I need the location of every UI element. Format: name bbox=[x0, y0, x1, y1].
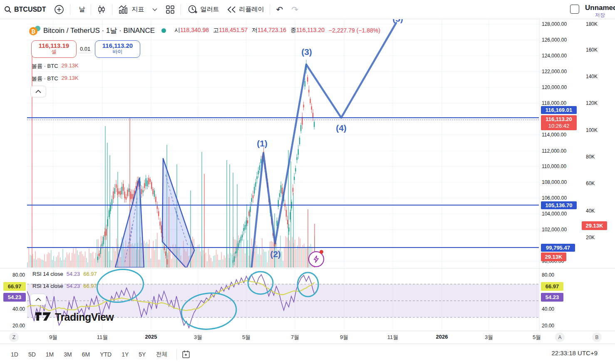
time-tick: 2026 bbox=[436, 334, 448, 340]
elliott-wave-line[interactable] bbox=[251, 23, 396, 270]
symbol-title[interactable]: Bitcoin / TetherUS · 1날 · BINANCE bbox=[43, 26, 155, 35]
rsi-legend-2[interactable]: RSI 14 close54.2366.97 bbox=[32, 283, 97, 289]
rsi-legend-1[interactable]: RSI 14 close54.2366.97 bbox=[32, 271, 97, 277]
layout-checkbox-icon[interactable] bbox=[570, 5, 579, 14]
time-tick: 9월 bbox=[340, 334, 348, 341]
toolbar-separator bbox=[181, 4, 181, 15]
go-to-date-icon[interactable] bbox=[181, 349, 191, 359]
volume-legend-1[interactable]: 볼륨 · BTC29.13K bbox=[32, 62, 79, 70]
time-axis[interactable]: Z A B 9월11월20253월5월7월9월11월20263월5월 bbox=[0, 331, 615, 344]
chart-canvas[interactable]: (1)(2)(3)(4)(5) bbox=[0, 0, 615, 364]
low-value: 114,723.16 bbox=[258, 27, 286, 33]
indicator-templates-button[interactable] bbox=[148, 0, 161, 19]
range-button-ytd[interactable]: YTD bbox=[97, 349, 115, 360]
bitcoin-logo-icon: ₿ bbox=[29, 25, 40, 35]
time-tick: 11월 bbox=[97, 334, 108, 341]
pane-collapse-button[interactable] bbox=[30, 86, 46, 97]
rsi-value-badge: 66.97 bbox=[3, 282, 26, 291]
range-button-1y[interactable]: 1Y bbox=[118, 349, 132, 360]
buy-button[interactable]: 116,113.20 바이 bbox=[95, 40, 140, 58]
undo-icon: ↶ bbox=[276, 5, 283, 15]
time-tick: 9월 bbox=[49, 334, 57, 341]
price-badge: 116,169.01 bbox=[541, 106, 577, 114]
plus-circle-icon bbox=[54, 5, 64, 15]
toolbar-separator bbox=[270, 4, 270, 15]
range-button-5d[interactable]: 5D bbox=[25, 349, 39, 360]
undo-button[interactable]: ↶ bbox=[272, 0, 287, 19]
wave-label[interactable]: (2) bbox=[270, 249, 281, 259]
price-badge: 29.13K bbox=[541, 253, 566, 261]
indicators-button[interactable]: 지표 bbox=[114, 0, 148, 19]
tradingview-watermark-text: TradingView bbox=[55, 311, 114, 323]
notification-dot bbox=[320, 250, 323, 254]
toolbar-separator bbox=[112, 4, 112, 15]
volume-legend-2[interactable]: 볼륨 · BTC29.13K bbox=[32, 75, 79, 82]
scale-b-button[interactable]: B bbox=[592, 332, 602, 342]
price-badge: 99,795.47 bbox=[541, 244, 575, 252]
replay-button[interactable]: 리플레이 bbox=[223, 0, 268, 19]
time-tick: 11월 bbox=[387, 334, 399, 341]
rsi-value-badge: 54.23 bbox=[3, 293, 26, 302]
symbol-header: ₿ Bitcoin / TetherUS · 1날 · BINANCE 시118… bbox=[29, 25, 380, 35]
time-tick: 5월 bbox=[533, 334, 541, 341]
interval-label: 날 bbox=[79, 5, 85, 13]
range-button-1d[interactable]: 1D bbox=[7, 349, 22, 360]
buy-price: 116,113.20 bbox=[95, 42, 140, 49]
replay-label: 리플레이 bbox=[239, 5, 264, 13]
scale-a-button[interactable]: A bbox=[555, 332, 565, 342]
clock[interactable]: 22:33:18 UTC+9 bbox=[552, 349, 598, 357]
replay-icon bbox=[227, 6, 236, 13]
toolbar-separator bbox=[70, 4, 70, 15]
range-button-1m[interactable]: 1M bbox=[42, 349, 57, 360]
wave-label[interactable]: (1) bbox=[257, 139, 268, 148]
grid-layout-icon bbox=[166, 5, 175, 14]
rsi-value-badge: 54.23 bbox=[541, 293, 563, 302]
alert-button[interactable]: 얼러트 bbox=[183, 0, 223, 19]
change-value: −2,227.79 (−1.88%) bbox=[329, 27, 380, 34]
indicators-label: 지표 bbox=[131, 5, 144, 13]
save-button[interactable]: 저장 bbox=[595, 12, 605, 19]
price-badge: 116,113.2010:26:42 bbox=[541, 115, 577, 130]
spread-value: 0.01 bbox=[78, 45, 92, 53]
indicators-icon bbox=[118, 5, 129, 14]
chart-type-button[interactable] bbox=[93, 0, 110, 19]
symbol-search-button[interactable]: BTCUSDT bbox=[0, 0, 50, 19]
date-range-row: 1D5D1M3M6MYTD1Y5Y전체 bbox=[6, 348, 172, 361]
range-button-3m[interactable]: 3M bbox=[60, 349, 75, 360]
sell-price: 116,113.19 bbox=[32, 42, 76, 49]
sell-button[interactable]: 116,113.19 셀 bbox=[31, 40, 77, 58]
top-toolbar: BTCUSDT 날 지표 bbox=[0, 0, 615, 19]
range-button-전체[interactable]: 전체 bbox=[152, 348, 171, 361]
bottom-toolbar: 1D5D1M3M6MYTD1Y5Y전체 bbox=[0, 344, 615, 364]
layout-grid-button[interactable] bbox=[161, 0, 179, 19]
time-tick: 2025 bbox=[145, 334, 157, 340]
range-button-5y[interactable]: 5Y bbox=[135, 349, 149, 360]
buy-label: 바이 bbox=[95, 49, 140, 54]
close-value: 116,113.20 bbox=[296, 27, 325, 33]
price-badge: 29.13K bbox=[582, 221, 607, 230]
rsi-pane-collapse-button[interactable] bbox=[30, 294, 46, 305]
rsi-value-badge: 66.97 bbox=[541, 282, 563, 291]
time-tick: 5월 bbox=[242, 334, 250, 341]
redo-icon: ↷ bbox=[291, 5, 298, 15]
interval-button[interactable]: 날 bbox=[74, 0, 89, 19]
chevron-down-icon bbox=[152, 8, 157, 11]
toolbar-separator bbox=[91, 4, 91, 15]
wave-label[interactable]: (3) bbox=[301, 47, 312, 57]
wave-label[interactable]: (4) bbox=[336, 123, 347, 133]
alert-label: 얼러트 bbox=[200, 5, 219, 13]
compare-add-button[interactable] bbox=[50, 0, 68, 19]
range-button-6m[interactable]: 6M bbox=[79, 349, 93, 360]
time-tick: 3월 bbox=[485, 334, 493, 341]
layout-name[interactable]: Unnamed bbox=[585, 4, 615, 12]
candlestick-icon bbox=[97, 5, 106, 15]
sell-label: 셀 bbox=[32, 49, 76, 54]
ohlc-values: 시118,340.98 고118,451.57 저114,723.16 종116… bbox=[174, 27, 380, 34]
high-value: 118,451.57 bbox=[219, 27, 248, 33]
redo-button[interactable]: ↷ bbox=[287, 0, 303, 19]
market-status-dot[interactable] bbox=[161, 28, 166, 33]
symbol-name: BTCUSDT bbox=[14, 6, 46, 13]
timezone-button[interactable]: Z bbox=[9, 332, 19, 342]
tradingview-watermark: TradingView bbox=[35, 310, 114, 324]
time-tick: 7월 bbox=[291, 334, 299, 341]
